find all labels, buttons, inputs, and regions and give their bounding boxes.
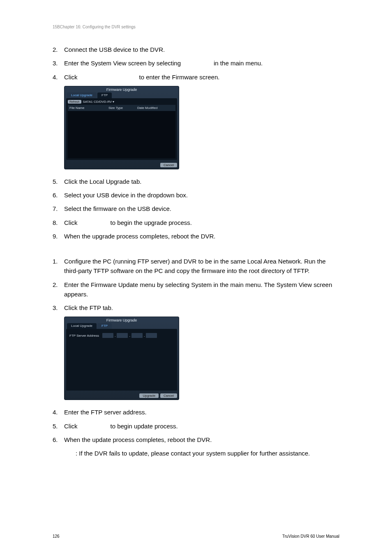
page-number: 126 — [53, 534, 60, 539]
firmware-upgrade-ftp-screenshot: Firmware Upgrade Local Upgrade FTP FTP S… — [64, 317, 339, 400]
step-num: 5. — [53, 421, 64, 431]
step-text: Clickto enter the Firmware screen. — [64, 72, 339, 82]
step-text-post: to enter the Firmware screen. — [139, 74, 220, 81]
firmware-upgrade-local-screenshot: Firmware Upgrade Local Upgrade FTP Refre… — [64, 86, 339, 169]
ip-segment[interactable] — [117, 333, 128, 338]
step-num: 4. — [53, 407, 64, 417]
step-text: Connect the USB device to the DVR. — [64, 45, 339, 54]
step-num: 2. — [53, 280, 64, 299]
ip-segment[interactable] — [102, 333, 113, 338]
ftp-step-5: 5. Clickto begin update process. — [53, 421, 339, 431]
note-block: : If the DVR fails to update, please con… — [64, 449, 339, 458]
tab-ftp[interactable]: FTP — [97, 323, 112, 329]
file-table-header: File Name Size Type Date Modified — [68, 105, 175, 111]
col-date-modified: Date Modified — [137, 106, 174, 110]
tab-local-upgrade[interactable]: Local Upgrade — [67, 92, 97, 98]
step-text: When the upgrade process completes, rebo… — [64, 231, 339, 241]
step-num: 4. — [53, 72, 64, 82]
panel-footer: Upgrade Cancel — [65, 392, 179, 400]
step-7: 7. Select the firmware on the USB device… — [53, 204, 339, 213]
panel-title: Firmware Upgrade — [65, 317, 179, 323]
ftp-step-1: 1. Configure the PC (running FTP server)… — [53, 257, 339, 276]
step-2: 2. Connect the USB device to the DVR. — [53, 45, 339, 54]
manual-title: TruVision DVR 60 User Manual — [282, 534, 339, 539]
ip-segment[interactable] — [146, 333, 157, 338]
step-text-post: to begin the upgrade process. — [111, 219, 192, 226]
step-text: Configure the PC (running FTP server) an… — [64, 257, 339, 276]
device-dropdown[interactable]: SATA1 CD/DVD-RV▾ — [83, 100, 115, 104]
step-text: Select the firmware on the USB device. — [64, 204, 339, 213]
step-text: Enter the Firmware Update menu by select… — [64, 280, 339, 299]
dot-icon: . — [144, 334, 145, 337]
ftp-server-address-label: FTP Server Address — [69, 334, 99, 338]
chapter-header: 15BChapter 16: Configuring the DVR setti… — [53, 25, 339, 29]
step-text: Click the Local Upgrade tab. — [64, 177, 339, 186]
panel-tabs: Local Upgrade FTP — [65, 323, 179, 329]
ftp-step-6: 6. When the update process completes, re… — [53, 435, 339, 444]
step-9: 9. When the upgrade process completes, r… — [53, 231, 339, 241]
ip-segment[interactable] — [131, 333, 143, 338]
step-num: 3. — [53, 58, 64, 68]
ftp-step-2: 2. Enter the Firmware Update menu by sel… — [53, 280, 339, 299]
step-text: Clickto begin the upgrade process. — [64, 218, 339, 227]
step-num: 7. — [53, 204, 64, 213]
step-6: 6. Select your USB device in the dropdow… — [53, 190, 339, 200]
panel-title: Firmware Upgrade — [65, 86, 179, 92]
firmware-panel: Firmware Upgrade Local Upgrade FTP Refre… — [64, 86, 179, 169]
refresh-button[interactable]: Refresh — [68, 100, 81, 104]
cancel-button[interactable]: Cancel — [160, 393, 177, 398]
panel-tabs: Local Upgrade FTP — [65, 92, 179, 98]
step-3: 3. Enter the System View screen by selec… — [53, 58, 339, 68]
step-text-pre: Click — [64, 219, 78, 226]
step-text-pre: Click — [64, 74, 78, 81]
note-text: If the DVR fails to update, please conta… — [79, 450, 310, 457]
step-num: 6. — [53, 435, 64, 444]
step-num: 8. — [53, 218, 64, 227]
step-text-post: to begin update process. — [111, 423, 178, 430]
upgrade-button[interactable]: Upgrade — [139, 393, 159, 398]
ftp-server-address-input[interactable]: . . . — [102, 333, 157, 338]
step-5: 5. Click the Local Upgrade tab. — [53, 177, 339, 186]
dot-icon: . — [129, 334, 130, 337]
page-footer: 126 TruVision DVR 60 User Manual — [53, 534, 339, 539]
step-text-pre: Enter the System View screen by selectin… — [64, 60, 181, 67]
step-4: 4. Clickto enter the Firmware screen. — [53, 72, 339, 82]
file-table-body — [68, 111, 175, 158]
step-text: Clickto begin update process. — [64, 421, 339, 431]
device-dropdown-value: SATA1 CD/DVD-RV — [83, 100, 112, 104]
firmware-panel-ftp: Firmware Upgrade Local Upgrade FTP FTP S… — [64, 317, 179, 400]
chevron-down-icon: ▾ — [113, 100, 114, 104]
step-text: Click the FTP tab. — [64, 303, 339, 312]
step-text: Enter the System View screen by selectin… — [64, 58, 339, 68]
cancel-button[interactable]: Cancel — [160, 163, 177, 167]
dot-icon: . — [115, 334, 116, 337]
step-8: 8. Clickto begin the upgrade process. — [53, 218, 339, 227]
step-text: Enter the FTP server address. — [64, 407, 339, 417]
panel-footer: Cancel — [65, 162, 179, 169]
step-num: 6. — [53, 190, 64, 200]
step-text: Select your USB device in the dropdown b… — [64, 190, 339, 200]
ftp-step-4: 4. Enter the FTP server address. — [53, 407, 339, 417]
step-num: 2. — [53, 45, 64, 54]
panel-body: FTP Server Address . . . — [66, 329, 177, 391]
step-text-pre: Click — [64, 423, 78, 430]
step-num: 5. — [53, 177, 64, 186]
ftp-step-3: 3. Click the FTP tab. — [53, 303, 339, 312]
panel-body: Refresh SATA1 CD/DVD-RV▾ File Name Size … — [66, 98, 177, 160]
step-num: 1. — [53, 257, 64, 276]
col-file-name: File Name — [69, 106, 108, 110]
step-num: 9. — [53, 231, 64, 241]
tab-local-upgrade[interactable]: Local Upgrade — [67, 323, 97, 329]
step-text-post: in the main menu. — [214, 60, 263, 67]
tab-ftp[interactable]: FTP — [97, 92, 112, 98]
step-num: 3. — [53, 303, 64, 312]
step-text: When the update process completes, reboo… — [64, 435, 339, 444]
col-size-type: Size Type — [108, 106, 137, 110]
